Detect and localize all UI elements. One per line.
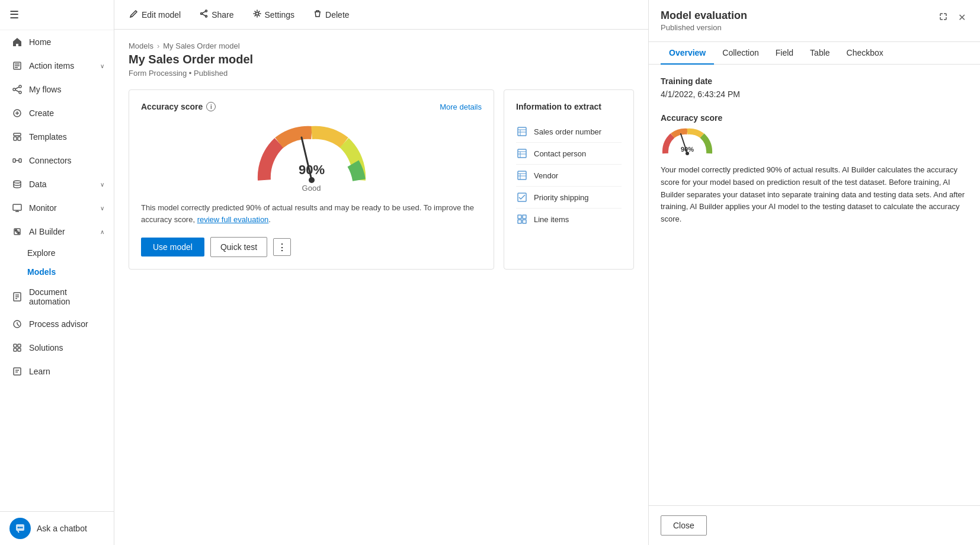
connectors-icon xyxy=(11,155,23,166)
svg-point-46 xyxy=(201,13,203,15)
more-details-link[interactable]: More details xyxy=(440,102,482,111)
svg-point-49 xyxy=(255,12,258,15)
create-icon xyxy=(11,107,23,119)
panel-title: Model evaluation xyxy=(661,9,747,22)
sidebar-item-learn[interactable]: Learn xyxy=(0,360,114,383)
sidebar-item-label: Learn xyxy=(29,367,104,376)
table-icon xyxy=(516,148,528,159)
svg-rect-15 xyxy=(13,159,15,162)
table-icon xyxy=(516,169,528,181)
chevron-icon: ∧ xyxy=(100,229,104,235)
tab-overview[interactable]: Overview xyxy=(661,42,714,65)
table-icon xyxy=(516,126,528,137)
chatbot-footer[interactable]: Ask a chatbot xyxy=(0,511,114,545)
expand-icon xyxy=(939,12,947,23)
my-flows-icon xyxy=(11,84,23,95)
training-date-section: Training date 4/1/2022, 6:43:24 PM xyxy=(661,76,968,99)
sidebar-item-ai-builder[interactable]: AI Builder ∧ xyxy=(0,220,114,243)
sidebar-item-connectors[interactable]: Connectors xyxy=(0,149,114,172)
chevron-icon: ∨ xyxy=(100,63,104,69)
svg-rect-14 xyxy=(18,137,21,140)
svg-rect-68 xyxy=(518,220,521,223)
sidebar-item-explore[interactable]: Explore xyxy=(0,243,114,262)
chatbot-button-icon xyxy=(9,518,31,539)
sidebar-item-models[interactable]: Models xyxy=(0,262,114,281)
card-title: Accuracy score i xyxy=(141,102,216,111)
sidebar-item-my-flows[interactable]: My flows xyxy=(0,78,114,101)
settings-icon xyxy=(253,9,261,20)
chevron-icon: ∨ xyxy=(100,181,104,188)
expand-panel-button[interactable] xyxy=(937,9,950,25)
use-model-button[interactable]: Use model xyxy=(141,238,204,257)
accuracy-card: Accuracy score i More details xyxy=(129,89,494,270)
svg-point-51 xyxy=(309,177,315,183)
sidebar-item-label: Data xyxy=(29,179,100,189)
page-content: Models › My Sales Order model My Sales O… xyxy=(114,30,648,545)
tab-table[interactable]: Table xyxy=(802,42,838,65)
accuracy-text: This model correctly predicted 90% of ac… xyxy=(141,202,482,225)
sidebar-item-document-automation[interactable]: Document automation xyxy=(0,281,114,312)
panel-header: Model evaluation Published version ✕ xyxy=(649,0,980,42)
panel-accuracy-description: Your model correctly predicted 90% of ac… xyxy=(661,164,968,226)
quick-test-button[interactable]: Quick test xyxy=(210,237,267,257)
sidebar-item-create[interactable]: Create xyxy=(0,101,114,125)
extract-item-label: Line items xyxy=(534,215,569,224)
tab-checkbox[interactable]: Checkbox xyxy=(838,42,892,65)
sidebar-item-label: Templates xyxy=(29,132,104,142)
data-icon xyxy=(11,178,23,190)
close-button[interactable]: Close xyxy=(661,515,707,536)
edit-model-button[interactable]: Edit model xyxy=(126,7,184,22)
panel-gauge: 90% xyxy=(661,126,968,157)
svg-rect-12 xyxy=(14,133,21,136)
settings-button[interactable]: Settings xyxy=(249,7,299,22)
tab-field[interactable]: Field xyxy=(767,42,802,65)
document-automation-icon xyxy=(11,291,23,303)
chevron-icon: ∨ xyxy=(100,205,104,211)
panel-gauge-chart: 90% xyxy=(661,126,714,157)
hamburger-icon[interactable]: ☰ xyxy=(9,9,19,21)
extract-item-line-items: Line items xyxy=(516,209,622,230)
review-link[interactable]: review full evaluation xyxy=(197,215,269,224)
sidebar-item-solutions[interactable]: Solutions xyxy=(0,336,114,360)
extract-item-label: Contact person xyxy=(534,149,586,158)
more-actions-button[interactable]: ⋮ xyxy=(273,238,291,256)
gauge-label: Good xyxy=(302,184,321,193)
extract-item-sales-order: Sales order number xyxy=(516,121,622,143)
svg-rect-57 xyxy=(518,149,526,158)
sidebar-item-data[interactable]: Data ∨ xyxy=(0,172,114,196)
close-panel-button[interactable]: ✕ xyxy=(956,9,968,25)
panel-body: Training date 4/1/2022, 6:43:24 PM Accur… xyxy=(649,65,980,505)
sidebar-item-label: Document automation xyxy=(29,287,104,306)
action-items-icon xyxy=(11,60,23,72)
monitor-icon xyxy=(11,202,23,214)
breadcrumb-parent[interactable]: Models xyxy=(129,41,153,50)
tab-collection[interactable]: Collection xyxy=(714,42,767,65)
sidebar-item-templates[interactable]: Templates xyxy=(0,125,114,149)
sidebar-item-monitor[interactable]: Monitor ∨ xyxy=(0,196,114,220)
sidebar-item-process-advisor[interactable]: Process advisor xyxy=(0,312,114,336)
svg-rect-13 xyxy=(14,137,17,140)
svg-rect-67 xyxy=(523,215,526,219)
training-date-label: Training date xyxy=(661,76,968,86)
sidebar-item-label: Connectors xyxy=(29,156,104,165)
svg-text:90%: 90% xyxy=(681,146,694,153)
svg-point-43 xyxy=(21,527,23,528)
svg-rect-69 xyxy=(523,220,526,223)
right-panel: Model evaluation Published version ✕ Ove… xyxy=(648,0,980,545)
gauge-chart: 90% xyxy=(252,121,371,186)
svg-rect-37 xyxy=(14,368,21,375)
info-icon[interactable]: i xyxy=(206,102,216,111)
svg-point-44 xyxy=(206,10,207,12)
ai-builder-icon xyxy=(11,226,23,238)
extract-item-label: Vendor xyxy=(534,171,558,180)
svg-line-48 xyxy=(203,14,206,16)
home-icon xyxy=(11,36,23,48)
delete-icon xyxy=(313,9,322,20)
share-button[interactable]: Share xyxy=(196,7,237,22)
sidebar-item-label: My flows xyxy=(29,85,104,94)
svg-point-6 xyxy=(19,91,21,94)
checkbox-icon xyxy=(516,191,528,203)
delete-button[interactable]: Delete xyxy=(310,7,353,22)
sidebar-item-action-items[interactable]: Action items ∨ xyxy=(0,54,114,78)
sidebar-item-home[interactable]: Home xyxy=(0,30,114,54)
